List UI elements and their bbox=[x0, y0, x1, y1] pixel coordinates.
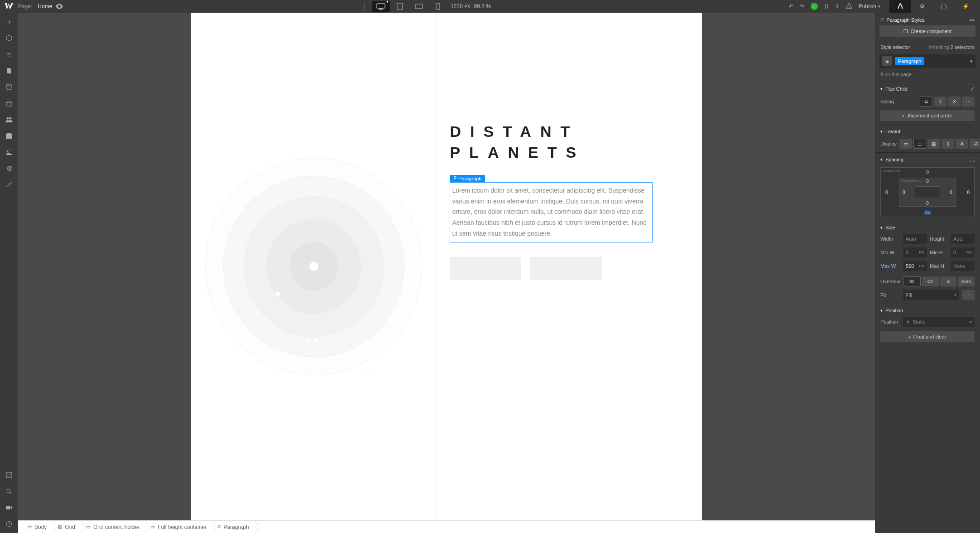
selector-tag[interactable]: Paragraph bbox=[895, 57, 924, 65]
overflow-scroll-button[interactable]: ≡ bbox=[940, 276, 957, 286]
crumb-body[interactable]: ▭Body bbox=[22, 521, 52, 533]
width-input[interactable]: Auto- bbox=[903, 234, 927, 244]
display-block-button[interactable]: ▭ bbox=[899, 139, 912, 149]
page-name[interactable]: Home bbox=[38, 3, 52, 10]
margin-right-input[interactable]: 0 bbox=[967, 190, 970, 195]
navigator-icon[interactable]: ≡ bbox=[4, 49, 14, 60]
layout-section-header[interactable]: ▾Layout bbox=[880, 129, 975, 134]
undo-icon[interactable]: ↶ bbox=[789, 3, 793, 10]
more-menu-icon[interactable]: ⋮ bbox=[361, 2, 368, 11]
desktop-breakpoint-button[interactable] bbox=[372, 1, 390, 12]
panel-more-icon[interactable]: ••• bbox=[969, 17, 975, 23]
float-clear-toggle[interactable]: ▸Float and clear bbox=[880, 331, 975, 342]
placeholder-button-1[interactable] bbox=[450, 257, 521, 280]
design-canvas[interactable]: DISTANTPLANETS PParagraph Lorem ipsum do… bbox=[191, 13, 702, 520]
fit-select[interactable]: Fill▾ bbox=[903, 290, 959, 300]
image-icon[interactable] bbox=[4, 147, 14, 158]
tablet-landscape-breakpoint-button[interactable] bbox=[410, 1, 428, 12]
sizing-grow-button[interactable]: ⇕ bbox=[934, 97, 946, 107]
padding-label: PADDING bbox=[902, 179, 921, 183]
crumb-full-height[interactable]: ▭Full height container bbox=[145, 521, 212, 533]
placeholder-button-2[interactable] bbox=[530, 257, 602, 280]
create-component-button[interactable]: ❒Create component bbox=[879, 25, 975, 37]
svg-rect-4 bbox=[436, 3, 440, 10]
display-grid-button[interactable]: ▦ bbox=[927, 139, 940, 149]
publish-button[interactable]: Publish ▾ bbox=[859, 3, 880, 10]
margin-left-input[interactable]: 0 bbox=[885, 190, 888, 195]
add-element-icon[interactable]: ＋ bbox=[4, 16, 14, 27]
overflow-auto-button[interactable]: Auto bbox=[958, 276, 975, 286]
maxh-input[interactable]: None- bbox=[951, 261, 975, 271]
crumb-paragraph[interactable]: PParagraph bbox=[212, 521, 254, 533]
minw-input[interactable]: 0PX bbox=[903, 247, 927, 257]
search-icon[interactable] bbox=[4, 486, 14, 497]
selector-target-icon[interactable]: ◈ bbox=[882, 56, 892, 66]
padding-right-input[interactable]: 0 bbox=[950, 190, 952, 195]
maxw-input[interactable]: 560PX bbox=[903, 261, 927, 271]
sizing-none-button[interactable]: ✕ bbox=[948, 97, 961, 107]
pages-icon[interactable] bbox=[4, 65, 14, 76]
selection-tag[interactable]: PParagraph bbox=[450, 175, 485, 182]
heading[interactable]: DISTANTPLANETS bbox=[450, 121, 675, 163]
video-icon[interactable] bbox=[4, 502, 14, 513]
zoom-level[interactable]: 99.8 % bbox=[474, 3, 491, 10]
position-select[interactable]: ✕ Static▾ bbox=[903, 317, 975, 327]
tablet-breakpoint-button[interactable] bbox=[391, 1, 409, 12]
symbols-icon[interactable] bbox=[4, 33, 14, 44]
ecommerce-icon[interactable] bbox=[4, 98, 14, 109]
display-flex-button[interactable]: ☰ bbox=[913, 139, 926, 149]
help-icon[interactable]: ? bbox=[4, 518, 14, 529]
audit-icon[interactable] bbox=[4, 179, 14, 190]
settings-icon[interactable]: ⚙ bbox=[4, 163, 14, 174]
settings-tab-icon[interactable]: ⚙ bbox=[911, 0, 933, 13]
status-ok-icon[interactable]: ✓ bbox=[811, 3, 818, 10]
height-input[interactable]: Auto- bbox=[951, 234, 975, 244]
padding-left-input[interactable]: 0 bbox=[903, 190, 905, 195]
size-section-header[interactable]: ▾Size bbox=[880, 225, 975, 230]
style-tab-icon[interactable] bbox=[889, 0, 911, 13]
overflow-visible-button[interactable] bbox=[903, 276, 921, 286]
redo-icon[interactable]: ↷ bbox=[800, 3, 804, 10]
padding-top-input[interactable]: 0 bbox=[926, 179, 929, 184]
code-icon[interactable]: ⟨⟩ bbox=[824, 3, 829, 10]
preview-eye-icon[interactable] bbox=[56, 4, 63, 9]
selector-input[interactable]: ◈ Paragraph ▾ bbox=[879, 54, 975, 68]
svg-rect-2 bbox=[397, 3, 403, 10]
position-section-header[interactable]: ▾Position bbox=[880, 308, 975, 313]
interactions-tab-icon[interactable] bbox=[933, 0, 955, 13]
margin-top-input[interactable]: 0 bbox=[926, 170, 929, 175]
minh-input[interactable]: 0PX bbox=[951, 247, 975, 257]
viewport-width[interactable]: 1220 PX bbox=[451, 3, 470, 10]
alignment-order-toggle[interactable]: ▸Alignment and order bbox=[880, 110, 975, 121]
padding-bottom-input[interactable]: 0 bbox=[926, 201, 929, 206]
crumb-grid[interactable]: ▦Grid bbox=[52, 521, 81, 533]
selector-count: 9 on this page bbox=[875, 70, 980, 82]
chevron-down-icon[interactable]: ▾ bbox=[970, 58, 973, 64]
app-logo[interactable] bbox=[4, 1, 14, 12]
spacing-section-header[interactable]: ▾Spacing⛶ bbox=[880, 156, 975, 163]
display-none-button[interactable] bbox=[970, 139, 980, 149]
checkbox-icon[interactable] bbox=[4, 470, 14, 480]
assets-icon[interactable] bbox=[4, 131, 14, 141]
spacing-editor[interactable]: MARGIN 0 35 0 0 PADDING 0 0 0 0 bbox=[880, 167, 975, 217]
export-icon[interactable]: ⇪ bbox=[835, 3, 840, 10]
effects-tab-icon[interactable]: ⚡ bbox=[955, 0, 976, 13]
flex-child-section-header[interactable]: ▾Flex Child⤢ bbox=[880, 86, 975, 92]
audit-icon[interactable] bbox=[846, 3, 852, 10]
selected-paragraph[interactable]: Lorem ipsum dolor sit amet, consectetur … bbox=[450, 182, 653, 242]
margin-bottom-input[interactable]: 35 bbox=[923, 210, 931, 215]
display-inline-button[interactable]: A bbox=[956, 139, 968, 149]
sizing-shrink-button[interactable]: ⇊ bbox=[920, 97, 932, 107]
svg-rect-1 bbox=[379, 9, 383, 10]
overflow-hidden-button[interactable] bbox=[922, 276, 939, 286]
cms-icon[interactable] bbox=[4, 82, 14, 92]
inherit-icon[interactable]: ⤢ bbox=[970, 86, 975, 92]
spacing-expand-icon[interactable]: ⛶ bbox=[969, 156, 975, 163]
crumb-grid-content[interactable]: ▭Grid content holder bbox=[81, 521, 145, 533]
display-inline-block-button[interactable]: ▯ bbox=[942, 139, 954, 149]
fit-label: Fit bbox=[880, 292, 900, 298]
users-icon[interactable] bbox=[4, 114, 14, 125]
mobile-breakpoint-button[interactable] bbox=[429, 1, 447, 12]
sizing-more-button[interactable]: ⋯ bbox=[962, 97, 975, 107]
fit-more-button[interactable]: ⋯ bbox=[962, 290, 975, 300]
